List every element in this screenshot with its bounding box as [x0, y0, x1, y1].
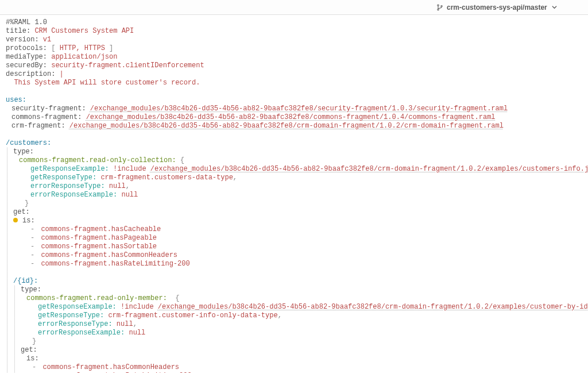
svg-point-0	[438, 5, 439, 6]
type-read-only-member: commons-fragment.read-only-member:	[26, 294, 171, 302]
editor-topbar: crm-customers-sys-api/master	[0, 0, 588, 15]
trait-sortable: commons-fragment.hasSortable	[41, 243, 157, 251]
val-version: v1	[39, 36, 52, 44]
trait-commonheaders: commons-fragment.hasCommonHeaders	[41, 251, 177, 259]
key-errorResponseType: errorResponseType:	[30, 182, 105, 190]
uses-commons-k: commons-fragment:	[11, 113, 86, 121]
uses-crm-link[interactable]: /exchange_modules/b38c4b26-dd35-4b56-ab8…	[69, 122, 504, 130]
key-type: type:	[13, 148, 34, 156]
key-description: description:	[6, 70, 55, 78]
val-securedby: security-fragment.clientIDenforcement	[47, 61, 204, 70]
key-securedby: securedBy:	[6, 61, 47, 70]
git-branch-selector[interactable]: crm-customers-sys-api/master	[436, 3, 557, 11]
resource-id: /{id}:	[13, 277, 38, 285]
raml-shebang: #%RAML 1.0	[6, 18, 47, 26]
uses-crm-k: crm-fragment:	[11, 122, 69, 130]
key-is-id: is:	[26, 355, 39, 363]
link-customer-by-id-example[interactable]: /exchange_modules/b38c4b26-dd35-4b56-ab8…	[158, 303, 588, 311]
key-get: get:	[13, 208, 30, 216]
trait-pageable: commons-fragment.hasPageable	[41, 234, 157, 242]
key-getResponseExample: getResponseExample:	[30, 165, 109, 173]
val-mediatype: application/json	[47, 53, 117, 61]
key-errorResponseExample: errorResponseExample:	[30, 191, 117, 199]
val-description: This System API will store customer's re…	[6, 79, 200, 87]
val-title: CRM Customers System API	[30, 27, 134, 35]
key-type-id: type:	[21, 286, 41, 294]
uses-security-link[interactable]: /exchange_modules/b38c4b26-dd35-4b56-ab8…	[90, 105, 508, 113]
trait-cacheable: commons-fragment.hasCacheable	[41, 225, 161, 233]
id-block: type: commons-fragment.read-only-member:…	[14, 286, 588, 373]
resource-customers: /customers:	[6, 139, 51, 147]
key-is: is:	[20, 217, 35, 225]
git-branch-label: crm-customers-sys-api/master	[447, 3, 547, 11]
link-customers-example[interactable]: /exchange_modules/b38c4b26-dd35-4b56-ab8…	[150, 165, 588, 173]
trait-ratelimiting: commons-fragment.hasRateLimiting-200	[41, 260, 189, 268]
customers-block: type: commons-fragment.read-only-collect…	[7, 148, 588, 373]
key-mediatype: mediaType:	[6, 53, 47, 61]
key-protocols: protocols:	[6, 44, 47, 52]
svg-point-2	[441, 5, 442, 6]
git-branch-icon	[436, 4, 443, 11]
type-read-only-collection: commons-fragment.read-only-collection:	[19, 156, 176, 164]
raml-editor[interactable]: #%RAML 1.0 title: CRM Customers System A…	[0, 15, 588, 373]
trait-commonheaders-id: commons-fragment.hasCommonHeaders	[42, 363, 179, 371]
uses-commons-link[interactable]: /exchange_modules/b38c4b26-dd35-4b56-ab8…	[86, 113, 496, 121]
val-getResponseType: crm-fragment.customers-data-type	[96, 174, 233, 182]
val-protocols: HTTP, HTTPS	[60, 44, 105, 52]
key-title: title:	[6, 27, 30, 35]
chevron-down-icon	[552, 5, 557, 10]
warning-marker-icon[interactable]	[13, 218, 18, 222]
key-get-id: get:	[21, 346, 37, 354]
key-getResponseType: getResponseType:	[30, 174, 96, 182]
key-uses: uses:	[6, 96, 26, 104]
uses-security-k: security-fragment:	[11, 105, 90, 113]
key-version: version:	[6, 36, 39, 44]
svg-point-1	[438, 9, 439, 10]
val-getResponseType-id: crm-fragment.customer-info-only-data-typ…	[104, 312, 277, 320]
